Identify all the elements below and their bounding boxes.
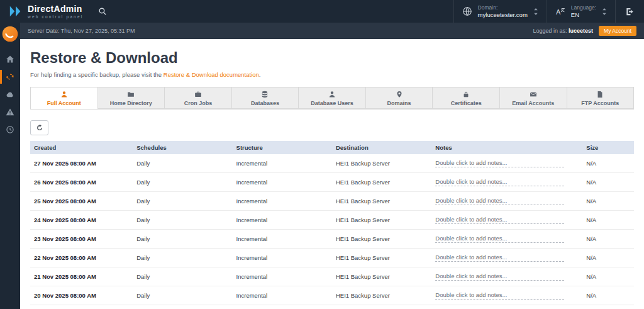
column-header: Schedules	[133, 141, 232, 154]
database-icon	[261, 91, 269, 98]
domain-selector[interactable]: Domain: myluceetester.com	[453, 0, 547, 23]
created-cell: 20 Nov 2025 08:00 AM	[30, 286, 133, 305]
tab-label: Domains	[387, 100, 411, 106]
size-cell: N/A	[582, 154, 634, 173]
created-cell: 19 Nov 2025 08:00 AM	[30, 305, 133, 309]
refresh-button[interactable]	[30, 120, 48, 135]
notes-placeholder[interactable]: Double click to add notes...	[435, 235, 564, 243]
logout-button[interactable]	[615, 0, 644, 23]
structure-cell: Incremental	[233, 305, 332, 309]
schedule-cell: Daily	[133, 305, 232, 309]
structure-cell: Incremental	[233, 267, 332, 286]
table-row: 20 Nov 2025 08:00 AMDailyIncrementalHEI1…	[30, 286, 634, 305]
tab-home-directory[interactable]: Home Directory	[98, 87, 165, 109]
documentation-link[interactable]: Restore & Download documentation	[164, 71, 259, 78]
column-header: Size	[582, 141, 634, 154]
schedule-cell: Daily	[133, 154, 232, 173]
structure-cell: Incremental	[233, 286, 332, 305]
created-cell: 21 Nov 2025 08:00 AM	[30, 267, 133, 286]
sidebar-item-warning[interactable]	[0, 103, 20, 121]
notes-placeholder[interactable]: Double click to add notes...	[435, 291, 564, 300]
schedule-cell: Daily	[133, 267, 232, 286]
schedule-cell: Daily	[133, 211, 232, 230]
notes-placeholder[interactable]: Double click to add notes...	[435, 216, 564, 224]
notes-placeholder[interactable]: Double click to add notes...	[435, 159, 564, 167]
notes-cell[interactable]: Double click to add notes...	[431, 192, 582, 211]
domain-value: myluceetester.com	[478, 11, 528, 18]
notes-cell[interactable]: Double click to add notes...	[431, 173, 582, 192]
notes-cell[interactable]: Double click to add notes...	[431, 305, 582, 309]
main-content: Restore & Download For help finding a sp…	[20, 39, 644, 309]
directadmin-brand[interactable]: DirectAdmin web control panel	[0, 4, 92, 19]
structure-cell: Incremental	[233, 173, 332, 192]
schedule-cell: Daily	[133, 230, 232, 249]
toolbar	[30, 120, 634, 135]
structure-cell: Incremental	[233, 249, 332, 267]
notes-cell[interactable]: Double click to add notes...	[431, 286, 582, 305]
notes-placeholder[interactable]: Double click to add notes...	[435, 272, 564, 281]
notes-cell[interactable]: Double click to add notes...	[431, 211, 582, 230]
sidebar-item-cloud[interactable]	[0, 86, 20, 103]
tab-cron-jobs[interactable]: Cron Jobs	[165, 87, 232, 109]
notes-cell[interactable]: Double click to add notes...	[431, 230, 582, 249]
notes-cell[interactable]: Double click to add notes...	[431, 154, 582, 173]
notes-placeholder[interactable]: Double click to add notes...	[435, 197, 564, 205]
table-row: 24 Nov 2025 08:00 AMDailyIncrementalHEI1…	[30, 211, 634, 230]
destination-cell: HEI1 Backup Server	[332, 173, 431, 192]
my-account-button[interactable]: My Account	[599, 26, 636, 36]
table-row: 19 Nov 2025 08:00 AMDailyIncrementalHEI1…	[30, 305, 634, 309]
refresh-icon	[36, 124, 43, 132]
size-cell: N/A	[582, 249, 634, 267]
column-header: Notes	[431, 141, 582, 154]
logout-icon	[625, 7, 635, 16]
table-body: 27 Nov 2025 08:00 AMDailyIncrementalHEI1…	[30, 154, 634, 309]
tab-full-account[interactable]: Full Account	[31, 87, 98, 109]
search-icon[interactable]	[98, 7, 107, 16]
svg-text:A: A	[556, 8, 561, 16]
tab-label: Cron Jobs	[184, 100, 213, 106]
created-cell: 25 Nov 2025 08:00 AM	[30, 192, 133, 211]
tab-certificates[interactable]: Certificates	[433, 87, 500, 109]
folder-icon	[127, 91, 135, 98]
person-icon	[60, 91, 68, 98]
tab-domains[interactable]: Domains	[366, 87, 433, 109]
notes-cell[interactable]: Double click to add notes...	[431, 267, 582, 286]
domain-label: Domain:	[478, 4, 528, 11]
created-cell: 26 Nov 2025 08:00 AM	[30, 173, 133, 192]
created-cell: 23 Nov 2025 08:00 AM	[30, 230, 133, 249]
tab-label: Email Accounts	[512, 100, 554, 106]
created-cell: 27 Nov 2025 08:00 AM	[30, 154, 133, 173]
notes-cell[interactable]: Double click to add notes...	[431, 249, 582, 267]
sidebar-item-clock[interactable]	[0, 121, 20, 138]
help-text: For help finding a specific backup, plea…	[30, 71, 634, 78]
column-header: Destination	[332, 141, 431, 154]
notes-placeholder[interactable]: Double click to add notes...	[435, 254, 564, 262]
destination-cell: HEI1 Backup Server	[332, 249, 431, 267]
tab-database-users[interactable]: Database Users	[299, 87, 366, 109]
tab-email-accounts[interactable]: Email Accounts	[500, 87, 567, 109]
tab-label: Certificates	[451, 100, 482, 106]
tabs: Full AccountHome DirectoryCron JobsDatab…	[30, 87, 634, 110]
table-header-row: CreatedSchedulesStructureDestinationNote…	[30, 141, 634, 154]
language-selector[interactable]: A Language: EN	[547, 0, 615, 23]
destination-cell: HEI1 Backup Server	[332, 305, 431, 309]
sidebar-item-sync[interactable]	[0, 68, 20, 86]
notes-placeholder[interactable]: Double click to add notes...	[435, 178, 564, 186]
created-cell: 22 Nov 2025 08:00 AM	[30, 249, 133, 267]
sync-icon	[6, 72, 14, 81]
file-icon	[596, 91, 604, 98]
tab-databases[interactable]: Databases	[232, 87, 299, 109]
structure-cell: Incremental	[233, 211, 332, 230]
lucee-logo-icon[interactable]	[2, 26, 18, 42]
structure-cell: Incremental	[233, 154, 332, 173]
tab-ftp-accounts[interactable]: FTP Accounts	[567, 87, 634, 109]
structure-cell: Incremental	[233, 192, 332, 211]
sidebar-item-home[interactable]	[0, 50, 20, 68]
schedule-cell: Daily	[133, 192, 232, 211]
logged-in-label: Logged in as:	[533, 28, 567, 34]
schedule-cell: Daily	[133, 173, 232, 192]
brand-name: DirectAdmin	[28, 4, 83, 13]
size-cell: N/A	[582, 173, 634, 192]
brand-tagline: web control panel	[28, 14, 83, 19]
size-cell: N/A	[582, 211, 634, 230]
